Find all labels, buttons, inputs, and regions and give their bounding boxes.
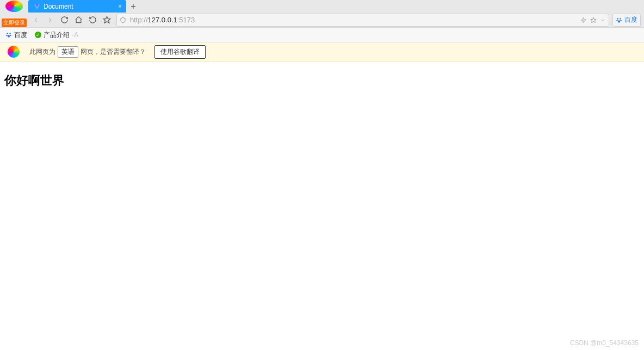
lightning-icon[interactable] [580, 17, 587, 23]
chevron-down-icon[interactable] [600, 17, 605, 23]
bookmark-label: 百度 [14, 30, 27, 40]
tab-close-icon[interactable]: × [118, 3, 122, 10]
translate-button[interactable]: 使用谷歌翻译 [154, 45, 206, 59]
bookmark-label-suffix: -A [72, 31, 78, 39]
tab-strip: 立即登录 Document × + [0, 0, 644, 13]
translate-banner: 此网页为 英语 网页，是否需要翻译？ 使用谷歌翻译 [0, 42, 644, 62]
bookmark-bar: 百度 ✓ 产品介绍-A [0, 28, 644, 42]
svg-point-11 [9, 33, 11, 34]
translate-logo-icon [8, 46, 20, 58]
site-info-icon[interactable] [117, 17, 129, 23]
bookmark-product-intro[interactable]: ✓ 产品介绍-A [35, 30, 78, 40]
search-engine-button[interactable]: 百度 [612, 14, 641, 27]
browser-logo: 立即登录 [0, 0, 28, 13]
login-button[interactable]: 立即登录 [2, 19, 27, 27]
detected-language-chip[interactable]: 英语 [58, 46, 78, 58]
svg-point-9 [618, 20, 620, 23]
baidu-paw-icon [5, 32, 12, 38]
baidu-paw-icon [616, 17, 622, 23]
new-tab-button[interactable]: + [126, 0, 140, 13]
svg-point-7 [616, 20, 618, 21]
translate-suffix: 网页，是否需要翻译？ [81, 47, 146, 57]
reload-button[interactable] [58, 14, 71, 27]
logo-swirl-icon [5, 1, 23, 12]
undo-button[interactable] [86, 14, 99, 27]
page-heading: 你好啊世界 [4, 72, 640, 89]
svg-point-12 [6, 35, 8, 36]
svg-point-13 [10, 35, 11, 36]
svg-point-6 [620, 18, 621, 20]
url-port: :5173 [177, 16, 195, 24]
home-button[interactable] [72, 14, 85, 27]
address-bar[interactable]: http://127.0.0.1:5173 [116, 14, 609, 27]
search-engine-label: 百度 [624, 15, 637, 24]
browser-toolbar: http://127.0.0.1:5173 百度 [0, 13, 644, 28]
svg-marker-4 [591, 17, 596, 23]
page-content: 你好啊世界 [0, 62, 644, 100]
bookmark-label: 产品介绍 [44, 30, 70, 40]
watermark: CSDN @m0_54343635 [570, 339, 639, 347]
svg-point-10 [7, 33, 8, 34]
bookmark-star-icon[interactable] [590, 17, 597, 23]
url-scheme: http:// [130, 16, 148, 24]
svg-point-8 [620, 20, 622, 21]
svg-marker-3 [581, 17, 586, 23]
translate-prefix: 此网页为 [29, 47, 55, 57]
vite-favicon-icon [34, 3, 40, 10]
wechat-check-icon: ✓ [35, 32, 41, 38]
bookmark-baidu[interactable]: 百度 [5, 30, 27, 40]
back-button[interactable] [29, 14, 42, 27]
favorite-button[interactable] [100, 14, 113, 27]
svg-point-5 [617, 18, 618, 20]
svg-marker-2 [103, 16, 110, 23]
forward-button[interactable] [44, 14, 57, 27]
tab-title: Document [44, 3, 118, 10]
svg-point-14 [8, 35, 10, 38]
url-host: 127.0.0.1 [148, 16, 177, 24]
tab-document[interactable]: Document × [28, 0, 126, 13]
url-text: http://127.0.0.1:5173 [129, 16, 580, 24]
